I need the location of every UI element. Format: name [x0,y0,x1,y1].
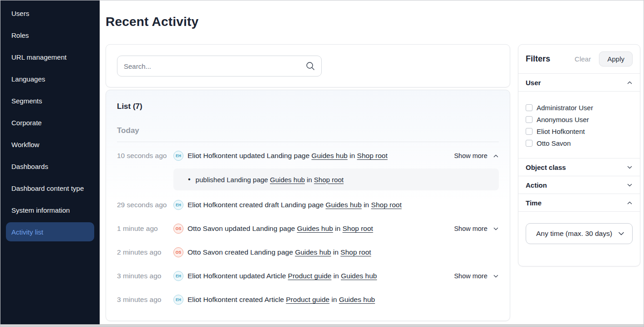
object-link[interactable]: Guides hub [311,152,347,159]
chevron-down-icon [493,273,499,279]
activity-description: Eliot Hofkontent updated Article Product… [188,272,449,280]
chevron-down-icon [627,164,633,170]
activity-text: Eliot Hofkontent created draft Landing p… [188,201,324,209]
apply-filters-button[interactable]: Apply [599,51,633,66]
activity-row: 1 minute ago OS Otto Savon updated Landi… [117,217,499,240]
sidebar-item-dashboard-content-type[interactable]: Dashboard content type [0,177,100,199]
container-link[interactable]: Shop root [314,176,344,184]
container-link[interactable]: Shop root [340,248,371,256]
sidebar-item-roles[interactable]: Roles [0,24,100,46]
user-filter-checkbox[interactable] [526,128,532,135]
activity-row: 3 minutes ago EH Eliot Hofkontent update… [117,264,499,288]
filter-section-time[interactable]: Time [518,194,640,212]
sidebar: Users Roles URL management Languages Seg… [0,0,100,324]
show-more-button[interactable]: Show more [454,225,499,232]
container-link[interactable]: Guides hub [339,296,375,303]
activity-row: 3 minutes ago EH Eliot Hofkontent create… [117,288,499,312]
filters-header: Filters Clear Apply [518,45,640,74]
user-filter-option[interactable]: Anonymous User [526,113,633,125]
group-label-today: Today [117,126,499,142]
show-more-button[interactable]: Show more [454,272,499,280]
activity-detail: published Landing page Guides hub in Sho… [173,169,499,190]
object-link[interactable]: Product guide [288,272,332,280]
filters-panel: Filters Clear Apply User Administrator U… [518,44,640,266]
search-input[interactable] [117,56,322,77]
user-avatar-os: OS [173,224,183,234]
search-icon[interactable] [305,61,315,71]
time-filter-body: Any time (max. 30 days) [518,212,640,255]
object-link[interactable]: Guides hub [297,225,333,232]
sidebar-item-users[interactable]: Users [0,2,100,24]
search-card [106,44,510,87]
activity-text: in [333,248,339,256]
user-avatar-eh: EH [173,200,183,210]
chevron-up-icon [627,80,633,86]
activity-text: in [364,201,369,209]
sidebar-item-workflow[interactable]: Workflow [0,133,100,155]
sidebar-item-dashboards[interactable]: Dashboards [0,155,100,177]
filter-section-label: Time [526,199,542,207]
filter-section-label: Action [526,181,547,189]
show-more-label: Show more [454,225,487,232]
bullet-icon [188,175,196,184]
detail-text: published Landing page Guides hub in Sho… [196,176,344,184]
user-filter-option[interactable]: Administrator User [526,102,633,113]
object-link[interactable]: Guides hub [270,176,305,184]
show-more-button[interactable]: Show more [454,152,499,159]
container-link[interactable]: Guides hub [341,272,377,280]
time-range-select[interactable]: Any time (max. 30 days) [526,223,633,244]
activity-text: Eliot Hofkontent updated Landing page [188,152,309,159]
sidebar-item-url-management[interactable]: URL management [0,46,100,68]
sidebar-item-corporate[interactable]: Corporate [0,112,100,133]
sidebar-item-system-information[interactable]: System information [0,199,100,221]
activity-description: Eliot Hofkontent created draft Landing p… [188,201,499,209]
container-link[interactable]: Shop root [342,225,373,232]
user-filter-option[interactable]: Eliot Hofkontent [526,125,633,137]
activity-text: in [334,272,339,280]
filter-section-action[interactable]: Action [518,176,640,194]
list-title: List (7) [117,102,499,111]
user-filter-checkbox[interactable] [526,104,532,111]
user-avatar-eh: EH [173,271,183,281]
filter-section-user[interactable]: User [518,74,640,92]
object-link[interactable]: Guides hub [325,201,361,209]
container-link[interactable]: Shop root [357,152,387,159]
detail-text-segment: published Landing page [196,176,268,184]
activity-description: Otto Savon updated Landing page Guides h… [188,225,449,233]
user-avatar-eh: EH [173,151,183,161]
activity-timestamp: 3 minutes ago [117,272,173,280]
activity-description: Eliot Hofkontent created Article Product… [188,296,499,304]
window-bottom-edge [0,324,644,327]
chevron-down-icon [627,182,633,188]
user-filter-checkbox[interactable] [526,116,532,123]
clear-filters-button[interactable]: Clear [575,55,591,63]
checkbox-label: Administrator User [537,104,593,112]
activity-list-card: List (7) Today 10 seconds ago EH Eliot H… [106,90,510,321]
sidebar-item-segments[interactable]: Segments [0,90,100,112]
page-title: Recent Activity [106,15,198,29]
activity-row: 29 seconds ago EH Eliot Hofkontent creat… [117,193,499,217]
user-avatar-eh: EH [173,295,183,305]
object-link[interactable]: Product guide [286,296,330,303]
filter-section-object-class[interactable]: Object class [518,158,640,176]
filter-section-label: User [526,79,541,87]
chevron-down-icon [618,230,625,237]
checkbox-label: Anonymous User [537,116,589,123]
checkbox-label: Eliot Hofkontent [537,128,585,135]
time-range-value: Any time (max. 30 days) [536,230,612,238]
sidebar-item-activity-list[interactable]: Activity list [6,222,94,241]
object-link[interactable]: Guides hub [295,248,331,256]
activity-text: in [335,225,340,232]
user-filter-option[interactable]: Otto Savon [526,137,633,149]
container-link[interactable]: Shop root [371,201,401,209]
sidebar-item-languages[interactable]: Languages [0,68,100,90]
user-filter-checkbox[interactable] [526,140,532,147]
activity-text: Otto Savon created Landing page [188,248,293,256]
user-filter-options: Administrator User Anonymous User Eliot … [518,92,640,158]
detail-text-segment: in [307,176,312,184]
chevron-up-icon [493,153,499,159]
activity-timestamp: 1 minute ago [117,225,173,233]
activity-text: Eliot Hofkontent updated Article [188,272,286,280]
activity-timestamp: 3 minutes ago [117,296,173,304]
activity-text: in [350,152,355,159]
